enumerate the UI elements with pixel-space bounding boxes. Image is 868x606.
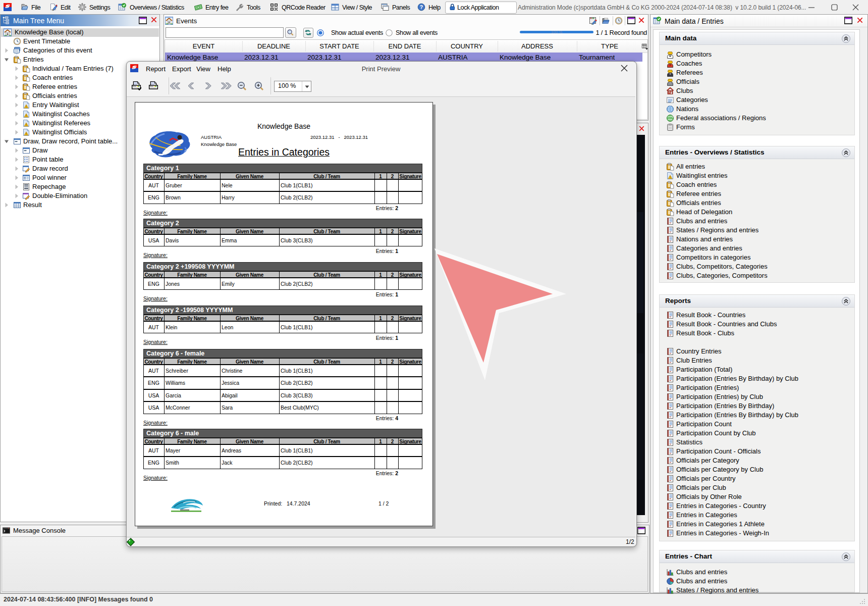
svg-text:?: ? [420,4,423,10]
